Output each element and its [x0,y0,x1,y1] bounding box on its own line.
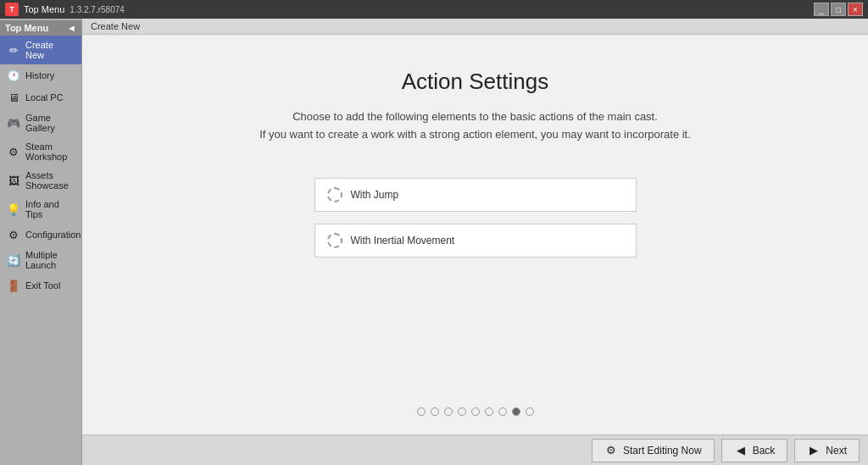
sidebar-item-create-new[interactable]: ✏ Create New [0,36,81,64]
sidebar-header: Top Menu ◄ [0,20,81,36]
sidebar-arrow[interactable]: ◄ [67,23,76,33]
close-button[interactable]: × [848,3,863,16]
sidebar-label-assets-showcase: Assets Showcase [25,170,75,191]
game-gallery-icon: 🎮 [7,116,20,130]
assets-showcase-icon: 🖼 [7,174,20,187]
sidebar-item-steam-workshop[interactable]: ⚙ Steam Workshop [0,137,81,166]
content-header: Create New [82,19,868,35]
next-label: Next [826,445,847,457]
content-area: Create New Action Settings Choose to add… [82,19,868,465]
sidebar-item-local-pc[interactable]: 🖥 Local PC [0,86,81,108]
footer-bar: ⚙ Start Editing Now ◀ Back ▶ Next [82,435,868,465]
history-icon: 🕐 [7,69,20,82]
app-name: Top Menu [24,4,64,14]
pagination-dot-1[interactable] [431,407,439,416]
sidebar-label-local-pc: Local PC [25,92,64,102]
sidebar-item-history[interactable]: 🕐 History [0,64,81,86]
sidebar-item-info-tips[interactable]: 💡 Info and Tips [0,195,81,224]
app-icon: T [5,3,19,16]
with-jump-checkbox[interactable] [327,187,342,202]
sidebar-label-configuration: Configuration [25,230,81,240]
pagination-dot-8[interactable] [526,407,534,416]
sidebar-item-configuration[interactable]: ⚙ Configuration [0,224,81,246]
next-icon: ▶ [807,444,821,457]
sidebar-label-info-tips: Info and Tips [25,199,75,219]
steam-workshop-icon: ⚙ [7,145,20,158]
title-bar-left: T Top Menu 1.3.2.7.r58074 [5,3,125,16]
page-description: Choose to add the following elements to … [259,108,691,144]
minimize-button[interactable]: _ [814,3,829,16]
with-inertial-checkbox[interactable] [327,233,342,248]
page-title: Action Settings [402,69,548,95]
sidebar-title: Top Menu [5,23,48,33]
window-controls: _ □ × [814,3,863,16]
main-content: Action Settings Choose to add the follow… [82,35,868,435]
title-bar: T Top Menu 1.3.2.7.r58074 _ □ × [0,0,868,19]
sidebar-label-exit-tool: Exit Tool [25,280,60,291]
sidebar-label-history: History [25,70,54,80]
start-editing-button[interactable]: ⚙ Start Editing Now [592,439,715,462]
option-with-inertial[interactable]: With Inertial Movement [314,224,637,257]
sidebar-label-create-new: Create New [25,40,75,60]
next-button[interactable]: ▶ Next [794,439,860,462]
info-tips-icon: 💡 [7,202,20,216]
pagination-dot-6[interactable] [498,407,507,416]
pagination-dot-7[interactable] [512,407,520,416]
pagination-dot-5[interactable] [485,407,493,416]
with-inertial-label: With Inertial Movement [351,235,455,246]
description-line1: Choose to add the following elements to … [259,108,691,126]
sidebar-label-steam-workshop: Steam Workshop [25,141,75,162]
sidebar-label-game-gallery: Game Gallery [25,113,75,133]
start-editing-label: Start Editing Now [623,445,702,457]
multiple-launch-icon: 🔄 [7,253,20,267]
configuration-icon: ⚙ [7,228,20,241]
with-jump-label: With Jump [351,189,399,201]
pagination-dot-3[interactable] [458,407,466,416]
sidebar-item-exit-tool[interactable]: 🚪 Exit Tool [0,274,81,296]
restore-button[interactable]: □ [831,3,846,16]
pagination-dot-2[interactable] [444,407,453,416]
app-body: Top Menu ◄ ✏ Create New 🕐 History 🖥 Loca… [0,19,868,465]
pagination [417,407,534,426]
back-label: Back [753,445,776,457]
sidebar-item-multiple-launch[interactable]: 🔄 Multiple Launch [0,246,81,274]
local-pc-icon: 🖥 [7,91,20,104]
pagination-dot-4[interactable] [471,407,480,416]
back-icon: ◀ [734,444,748,457]
create-new-icon: ✏ [7,43,20,57]
pagination-dot-0[interactable] [417,407,426,416]
sidebar-label-multiple-launch: Multiple Launch [25,250,75,270]
option-with-jump[interactable]: With Jump [314,178,637,212]
back-button[interactable]: ◀ Back [721,439,788,462]
sidebar-item-game-gallery[interactable]: 🎮 Game Gallery [0,108,81,137]
description-line2: If you want to create a work with a stro… [259,126,691,144]
sidebar-item-assets-showcase[interactable]: 🖼 Assets Showcase [0,166,81,195]
version-label: 1.3.2.7.r58074 [70,5,125,14]
sidebar: Top Menu ◄ ✏ Create New 🕐 History 🖥 Loca… [0,19,82,465]
options-container: With Jump With Inertial Movement [314,178,637,257]
start-editing-icon: ⚙ [604,444,618,457]
exit-tool-icon: 🚪 [7,279,20,292]
